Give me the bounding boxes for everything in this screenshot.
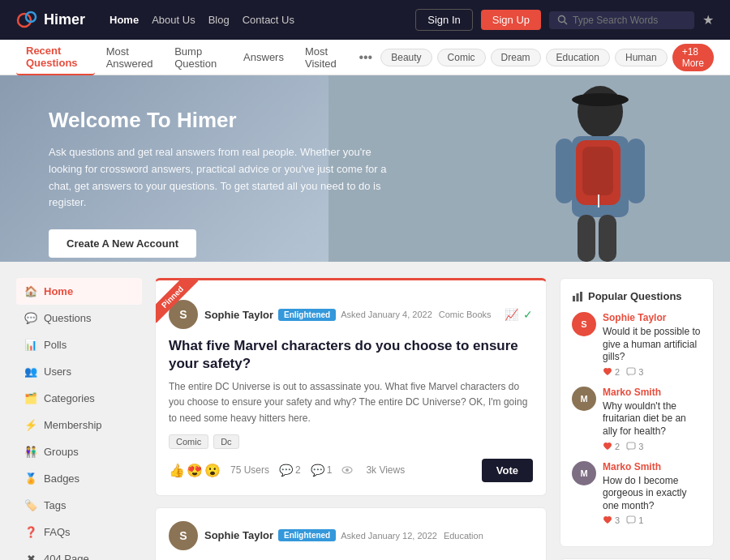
popular-item-1: S Sophie Taylor Would it be possible to …: [572, 312, 702, 377]
questions-feed: S Sophie Taylor Enlightened Asked Januar…: [155, 278, 547, 560]
sidebar-item-tags[interactable]: 🏷️ Tags: [16, 492, 142, 519]
sidebar-item-categories[interactable]: 🗂️ Categories: [16, 385, 142, 412]
tag-dc-1[interactable]: Dc: [213, 434, 238, 449]
users-count-1: 75 Users: [230, 464, 269, 476]
search-box: [549, 11, 694, 29]
nav-blog[interactable]: Blog: [208, 14, 230, 26]
pop-content-2: Marko Smith Why wouldn't the fruitarian …: [603, 387, 702, 451]
sidebar-item-polls[interactable]: 📊 Polls: [16, 331, 142, 358]
sidebar-item-groups[interactable]: 👫 Groups: [16, 438, 142, 465]
question-card-2: S Sophie Taylor Enlightened Asked Januar…: [155, 507, 547, 560]
svg-rect-12: [578, 215, 595, 262]
pop-meta-1: 2 3: [603, 367, 702, 377]
sec-nav-more-button[interactable]: •••: [354, 50, 377, 65]
svg-rect-11: [627, 139, 645, 203]
heart-icon-3: [603, 515, 612, 525]
chart-icon-1: 📈: [505, 308, 518, 321]
sidebar-item-questions[interactable]: 💬 Questions: [16, 305, 142, 331]
tag-more-button[interactable]: +18 More: [672, 44, 714, 71]
svg-rect-18: [573, 296, 575, 301]
pop-question-3[interactable]: How do I become gorgeous in exactly one …: [603, 475, 702, 513]
sidebar-item-faqs[interactable]: ❓ FAQs: [16, 519, 142, 545]
reactions-1[interactable]: 👍 😍 😮: [169, 463, 221, 478]
sidebar-label-tags: Tags: [44, 499, 66, 511]
create-account-button[interactable]: Create A New Account: [49, 229, 196, 258]
svg-rect-23: [627, 516, 635, 523]
sec-nav-bump[interactable]: Bump Question: [165, 41, 232, 75]
vote-button-1[interactable]: Vote: [482, 459, 533, 482]
pop-question-2[interactable]: Why wouldn't the fruitarian diet be an a…: [603, 400, 702, 438]
eye-svg: [341, 466, 353, 474]
sec-nav-answers[interactable]: Answers: [234, 46, 294, 68]
sidebar-label-faqs: FAQs: [44, 526, 71, 538]
popular-item-3: M Marko Smith How do I become gorgeous i…: [572, 461, 702, 526]
badges-icon: 🏅: [24, 472, 37, 485]
pop-author-2: Marko Smith: [603, 387, 702, 398]
signup-button[interactable]: Sign Up: [481, 10, 541, 30]
nav-contact[interactable]: Contact Us: [243, 14, 294, 26]
sidebar-label-categories: Categories: [44, 392, 95, 404]
card-icons-1: 📈 ✓: [505, 308, 533, 321]
sec-nav-recent[interactable]: Recent Questions: [16, 40, 95, 75]
header-right: Sign In Sign Up ★: [415, 9, 714, 31]
question-title-1[interactable]: What five Marvel characters do you choos…: [169, 337, 533, 373]
sidebar-label-membership: Membership: [44, 419, 102, 431]
logo[interactable]: Himer: [16, 9, 85, 32]
check-icon-1: ✓: [523, 308, 533, 321]
tag-comic[interactable]: Comic: [437, 49, 486, 66]
pop-question-1[interactable]: Would it be possible to give a human art…: [603, 326, 702, 364]
pop-content-3: Marko Smith How do I become gorgeous in …: [603, 461, 702, 526]
search-icon: [557, 15, 568, 25]
hero-title: Welcome To Himer: [49, 108, 397, 133]
nav-about[interactable]: About Us: [152, 14, 195, 26]
tag-human[interactable]: Human: [615, 49, 668, 66]
sec-nav-most-answered[interactable]: Most Answered: [97, 41, 163, 75]
eye-icon-1: [341, 466, 353, 474]
q-card-header-1: S Sophie Taylor Enlightened Asked Januar…: [169, 300, 533, 329]
nav-home[interactable]: Home: [110, 14, 139, 26]
sidebar: 🏠 Home 💬 Questions 📊 Polls 👥 Users 🗂️ Ca…: [16, 278, 142, 560]
main-nav: Home About Us Blog Contact Us: [110, 14, 294, 26]
comment-icon-3: [626, 515, 636, 525]
users-icon: 👥: [24, 365, 37, 378]
sidebar-item-badges[interactable]: 🏅 Badges: [16, 465, 142, 492]
tag-dream[interactable]: Dream: [491, 49, 541, 66]
pop-content-1: Sophie Taylor Would it be possible to gi…: [603, 312, 702, 377]
home-icon: 🏠: [24, 285, 37, 297]
logo-icon: [16, 9, 39, 32]
category-2: Education: [444, 531, 483, 541]
comment-bubble-icon: 💬: [279, 464, 293, 477]
sidebar-label-groups: Groups: [44, 446, 79, 458]
questions-icon: 💬: [24, 312, 37, 324]
polls-icon: 📊: [24, 339, 37, 351]
popular-item-2: M Marko Smith Why wouldn't the fruitaria…: [572, 387, 702, 451]
reaction-thumb: 👍: [169, 463, 185, 478]
pop-meta-2: 2 3: [603, 442, 702, 451]
pop-likes-2: 2: [603, 442, 620, 451]
svg-rect-9: [582, 147, 613, 195]
main-content: 🏠 Home 💬 Questions 📊 Polls 👥 Users 🗂️ Ca…: [0, 262, 730, 560]
tag-education[interactable]: Education: [546, 49, 610, 66]
sec-nav-most-visited[interactable]: Most Visited: [295, 41, 352, 75]
categories-icon: 🗂️: [24, 392, 37, 404]
chart-bar-icon: [572, 291, 583, 302]
sidebar-label-polls: Polls: [44, 339, 67, 351]
pop-comments-1: 3: [626, 367, 643, 377]
tag-comic-1[interactable]: Comic: [169, 434, 208, 449]
pop-avatar-3: M: [572, 461, 596, 485]
sidebar-item-404[interactable]: ✖ 404 Page: [16, 545, 142, 560]
author-name-1: Sophie Taylor: [204, 309, 273, 321]
search-input[interactable]: [573, 15, 686, 26]
star-button[interactable]: ★: [702, 12, 714, 28]
sidebar-item-users[interactable]: 👥 Users: [16, 358, 142, 385]
sidebar-item-membership[interactable]: ⚡ Membership: [16, 412, 142, 438]
pop-comments-3: 1: [626, 515, 643, 525]
tag-beauty[interactable]: Beauty: [380, 49, 432, 66]
pop-avatar-2: M: [572, 387, 596, 411]
signin-button[interactable]: Sign In: [415, 9, 472, 31]
question-footer-1: 👍 😍 😮 75 Users 💬 2 💬 1 3k Views Vote: [169, 459, 533, 482]
pop-meta-3: 3 1: [603, 515, 702, 525]
secondary-nav: Recent Questions Most Answered Bump Ques…: [0, 40, 730, 75]
svg-point-6: [572, 93, 629, 106]
sidebar-item-home[interactable]: 🏠 Home: [16, 278, 142, 305]
